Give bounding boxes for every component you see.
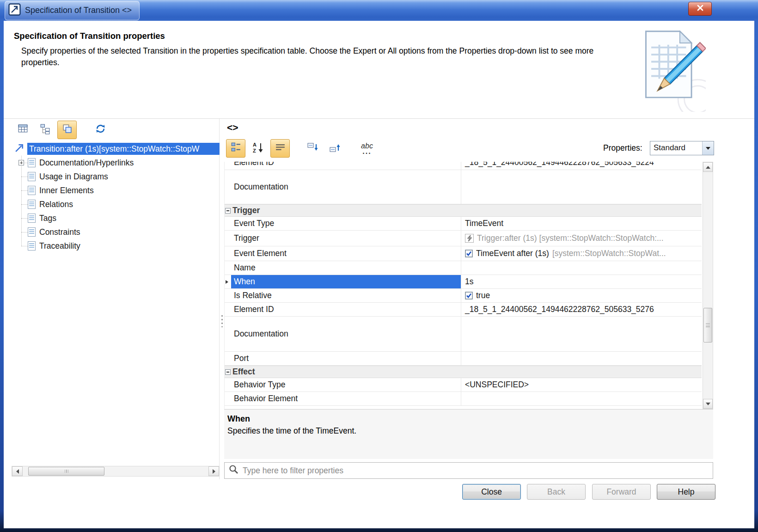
filter-input[interactable] bbox=[243, 463, 713, 478]
description-lines-icon bbox=[275, 141, 286, 155]
property-row-documentation-2[interactable]: Documentation bbox=[225, 317, 702, 352]
tree-root-label: Transition:after (1s)[system::StopWatch:… bbox=[27, 143, 220, 155]
properties-mode-value: Standard bbox=[650, 141, 702, 155]
table-vertical-scrollbar bbox=[703, 162, 713, 409]
property-row-element-id[interactable]: Element ID _18_5_1_24400562_149446222876… bbox=[225, 303, 702, 317]
checkbox-checked-icon[interactable] bbox=[465, 250, 473, 257]
section-header-effect[interactable]: Effect bbox=[225, 366, 702, 378]
collapse-minus-icon[interactable] bbox=[225, 208, 231, 214]
collapse-nodes-icon bbox=[329, 141, 341, 156]
expand-nodes-button[interactable] bbox=[303, 139, 322, 158]
title-pill: Specification of Transition <> bbox=[5, 1, 140, 20]
scroll-left-button[interactable] bbox=[12, 466, 23, 476]
property-row-when-selected[interactable]: When 1s bbox=[225, 275, 702, 289]
scrollbar-track[interactable] bbox=[23, 466, 208, 476]
transition-arrow-icon bbox=[14, 142, 25, 156]
document-icon bbox=[28, 158, 36, 167]
scroll-up-button[interactable] bbox=[703, 162, 713, 172]
categorized-view-icon bbox=[230, 141, 242, 155]
sort-alphabetically-button[interactable]: AZ bbox=[248, 139, 268, 158]
property-row-trigger[interactable]: Trigger Trigger:after (1s) [system::Stop… bbox=[225, 231, 702, 246]
panel-splitter[interactable] bbox=[220, 119, 224, 479]
close-icon bbox=[697, 4, 704, 14]
page-title: Specification of Transition properties bbox=[14, 31, 165, 41]
close-dialog-button[interactable]: Close bbox=[462, 484, 521, 500]
tree-list: Documentation/Hyperlinks Usage in Diagra… bbox=[12, 156, 220, 253]
help-button[interactable]: Help bbox=[657, 484, 715, 500]
description-title: When bbox=[227, 414, 250, 424]
property-row-event-type[interactable]: Event Type TimeEvent bbox=[225, 217, 702, 231]
tree-item-tags[interactable]: Tags bbox=[12, 211, 220, 225]
tree-item-usage-in-diagrams[interactable]: Usage in Diagrams bbox=[12, 170, 220, 183]
row-marker-icon bbox=[226, 280, 228, 284]
property-row-element-id-clipped[interactable]: Element ID _18_5_1_24400562_149446222876… bbox=[225, 162, 702, 170]
properties-mode-label: Properties: bbox=[603, 143, 642, 153]
spec-document-pencil-icon bbox=[639, 26, 706, 112]
tree-horizontal-scrollbar bbox=[12, 466, 220, 477]
properties-toolbar: AZ abc ... bbox=[226, 139, 377, 158]
tree-item-documentation-hyperlinks[interactable]: Documentation/Hyperlinks bbox=[12, 156, 220, 170]
customize-columns-button[interactable]: abc ... bbox=[357, 139, 377, 158]
expand-nodes-icon bbox=[306, 141, 318, 156]
chevron-down-icon bbox=[706, 147, 710, 150]
scroll-left-icon bbox=[16, 469, 19, 474]
dialog-content: Specification of Transition properties S… bbox=[4, 21, 754, 528]
property-row-behavior-element[interactable]: Behavior Element bbox=[225, 392, 702, 406]
svg-text:A: A bbox=[253, 142, 257, 147]
expand-plus-icon[interactable] bbox=[18, 160, 24, 165]
property-row-name[interactable]: Name bbox=[225, 261, 702, 275]
dropdown-button[interactable] bbox=[702, 141, 714, 155]
document-icon bbox=[28, 172, 36, 181]
property-row-documentation[interactable]: Documentation bbox=[225, 170, 702, 204]
close-button[interactable] bbox=[688, 2, 712, 16]
titlebar: Specification of Transition <> bbox=[0, 0, 758, 21]
scroll-right-icon bbox=[213, 469, 215, 474]
property-row-is-relative[interactable]: Is Relative true bbox=[225, 289, 702, 303]
scroll-down-button[interactable] bbox=[703, 399, 713, 409]
forward-button[interactable]: Forward bbox=[592, 484, 651, 500]
scrollbar-thumb[interactable] bbox=[703, 308, 712, 342]
tree-item-inner-elements[interactable]: Inner Elements bbox=[12, 183, 220, 197]
collapse-nodes-button[interactable] bbox=[325, 139, 344, 158]
description-text: Specifies the time of the TimeEvent. bbox=[227, 426, 356, 436]
property-row-event-element[interactable]: Event Element TimeEvent after (1s) [syst… bbox=[225, 246, 702, 261]
dialog-window: Specification of Transition <> Specifica… bbox=[0, 0, 758, 532]
categorized-view-button[interactable] bbox=[226, 139, 245, 158]
lightning-trigger-icon bbox=[465, 234, 474, 243]
tree-item-relations[interactable]: Relations bbox=[12, 197, 220, 211]
property-row-port[interactable]: Port bbox=[225, 352, 702, 366]
properties-table: Element ID _18_5_1_24400562_149446222876… bbox=[224, 162, 702, 409]
tree-panel: Transition:after (1s)[system::StopWatch:… bbox=[12, 119, 220, 479]
tree-item-traceability[interactable]: Traceability bbox=[12, 239, 220, 253]
show-description-button[interactable] bbox=[270, 139, 290, 158]
scroll-down-icon bbox=[706, 403, 710, 405]
search-icon bbox=[229, 465, 238, 477]
section-header-trigger[interactable]: Trigger bbox=[225, 204, 702, 217]
scroll-up-icon bbox=[706, 166, 710, 169]
document-icon bbox=[28, 241, 36, 251]
document-icon bbox=[28, 200, 36, 209]
scroll-right-button[interactable] bbox=[208, 466, 219, 476]
collapse-minus-icon[interactable] bbox=[225, 369, 231, 375]
back-button[interactable]: Back bbox=[527, 484, 586, 500]
properties-panel-title: <> bbox=[227, 122, 238, 133]
properties-mode-dropdown[interactable]: Standard bbox=[650, 141, 714, 155]
filter-box bbox=[224, 462, 713, 479]
tree-root-node[interactable]: Transition:after (1s)[system::StopWatch:… bbox=[12, 142, 220, 156]
document-icon bbox=[28, 214, 36, 223]
window-title: Specification of Transition <> bbox=[25, 6, 132, 15]
property-row-behavior-type[interactable]: Behavior Type <UNSPECIFIED> bbox=[225, 378, 702, 392]
scrollbar-thumb[interactable] bbox=[28, 467, 104, 476]
svg-text:Z: Z bbox=[253, 148, 256, 153]
sort-az-icon: AZ bbox=[252, 141, 264, 156]
tree-item-constraints[interactable]: Constraints bbox=[12, 225, 220, 239]
property-description-panel: When Specifies the time of the TimeEvent… bbox=[224, 409, 713, 459]
app-icon bbox=[8, 3, 21, 18]
document-icon bbox=[28, 227, 36, 237]
checkbox-checked-icon[interactable] bbox=[465, 292, 473, 300]
scrollbar-track[interactable] bbox=[703, 172, 713, 399]
document-icon bbox=[28, 186, 36, 195]
page-description: Specify properties of the selected Trans… bbox=[21, 45, 629, 68]
